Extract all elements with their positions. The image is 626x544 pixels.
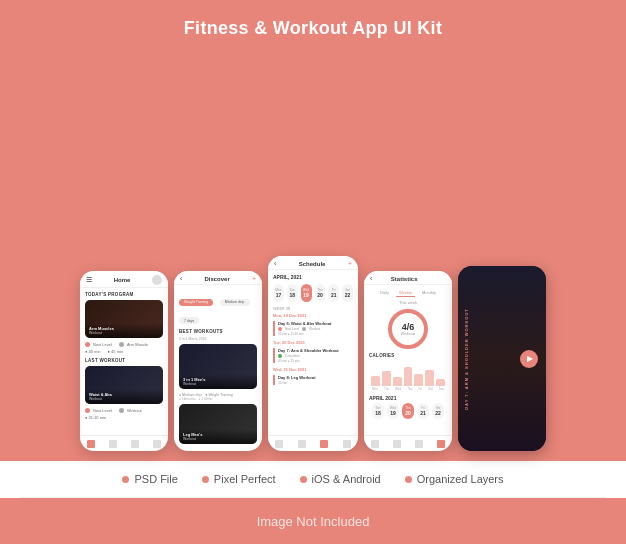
last-stats: Next Level Workout: [85, 408, 163, 413]
bar-sat: [425, 370, 434, 386]
workouts-circle: 4/6 Workouts: [388, 309, 428, 349]
stats-date-19: Wed19: [387, 403, 399, 419]
date-22: Sat22: [342, 284, 353, 302]
features-row: PSD File Pixel Perfect iOS & Android Org…: [20, 473, 606, 498]
phone-stats-content: Daily Weekly Monthly This week 4/6 Worko…: [364, 285, 452, 427]
feature-pixel: Pixel Perfect: [202, 473, 276, 485]
phone-schedule-title: Schedule: [299, 261, 326, 267]
tab-daily: Daily: [377, 289, 392, 297]
phone-home-header: ☰ Home: [80, 271, 168, 288]
schedule-nav-bar: [268, 435, 358, 451]
date-20: Thu20: [315, 284, 326, 302]
stats-date-20: Thu20: [402, 403, 414, 419]
discover-card-2: Leg Men's Workout: [179, 404, 257, 444]
play-button: ▶: [520, 350, 538, 368]
calories-chart: [369, 361, 447, 386]
sched-dot-3: [278, 354, 282, 358]
tag-7days: 7 days: [179, 317, 199, 324]
feature-psd: PSD File: [122, 473, 177, 485]
phone-discover-title: Discover: [204, 276, 229, 282]
today-program-label: TODAY'S PROGRAM: [85, 292, 163, 297]
phone-schedule-header: ‹ Schedule +: [268, 256, 358, 270]
bottom-section: PSD File Pixel Perfect iOS & Android Org…: [0, 461, 626, 498]
phone-stats-title: Statistics: [391, 276, 418, 282]
discover-date: 2 in 1 Men's 2021: [179, 337, 257, 341]
schedule-nav-3: [320, 440, 328, 448]
discover-card-1-counts: ● 5 Activities ♦ 4 Weeks: [179, 397, 257, 401]
today-stats-2: ● 40 min ● 45 min: [85, 349, 163, 354]
schedule-nav-1: [275, 440, 283, 448]
back-icon: ‹: [180, 275, 182, 282]
feature-label-4: Organized Layers: [417, 473, 504, 485]
bar-mon: [371, 376, 380, 386]
last-workout-card: Waist & Abs Workout: [85, 366, 163, 404]
date-18: Tue18: [287, 284, 298, 302]
phone-dark: ▶ DAY 7: ARM & SHOULDER WORKOUT: [458, 266, 546, 451]
stats-nav-4: [437, 440, 445, 448]
schedule-date-header-3: Wed, 21 Dec 2021: [273, 367, 353, 372]
last-workout-label: LAST WORKOUT: [85, 358, 163, 363]
top-section: Fitness & Workout App UI Kit ☰ Home TODA…: [0, 0, 626, 461]
best-workouts-label: BEST WORKOUTS: [179, 329, 257, 334]
stats-april-label: APRIL 2021: [369, 395, 447, 401]
sched-dot-2: [302, 327, 306, 331]
tag-medium-dep: Medium dep.: [220, 299, 250, 306]
date-21: Fri21: [328, 284, 339, 302]
footer-text: Image Not Included: [257, 514, 370, 529]
stats-back-icon: ‹: [370, 275, 372, 282]
chart-days: Mon Tue Wed Thu Fri Sat Sun: [369, 387, 447, 391]
this-week-label: This week: [369, 300, 447, 305]
home-nav-stats: [153, 440, 161, 448]
stat-dot-1: [85, 342, 90, 347]
schedule-back-icon: ‹: [274, 260, 276, 267]
phone-schedule-content: APRIL, 2021 Mon17 Tue18 Wed19 Thu20 Fri2…: [268, 270, 358, 392]
stats-nav-1: [371, 440, 379, 448]
stats-date-18: Tue18: [372, 403, 384, 419]
stat-dot-2: [119, 342, 124, 347]
home-nav-profile: [131, 440, 139, 448]
feature-label-2: Pixel Perfect: [214, 473, 276, 485]
phone-home-title: Home: [114, 277, 131, 283]
today-workout-card: Arm Muscles Workout: [85, 300, 163, 338]
schedule-nav-4: [343, 440, 351, 448]
stat-dot-4: [119, 408, 124, 413]
stats-nav-2: [393, 440, 401, 448]
bar-thu: [404, 367, 413, 386]
bar-sun: [436, 379, 445, 387]
home-nav-search: [109, 440, 117, 448]
schedule-date-header-1: Mon, 19 Dec 2021: [273, 313, 353, 318]
stats-date-22: Sat22: [432, 403, 444, 419]
tab-monthly: Monthly: [419, 289, 439, 297]
phone-home-content: TODAY'S PROGRAM Arm Muscles Workout Next…: [80, 288, 168, 426]
sched-dot-1: [278, 327, 282, 331]
stats-dates: Tue18 Wed19 Thu20 Fri21 Sat22: [369, 403, 447, 419]
date-17: Mon17: [273, 284, 284, 302]
stats-nav-3: [415, 440, 423, 448]
home-nav-home: [87, 440, 95, 448]
feature-dot-3: [300, 476, 307, 483]
phone-stats-header: ‹ Statistics: [364, 271, 452, 285]
home-nav-bar: [80, 435, 168, 451]
last-stats-2: ● 31:10 min: [85, 415, 163, 420]
avatar-icon: [152, 275, 162, 285]
schedule-item-1: Day 6: Waist & Abs Workout Next Level Wo…: [273, 321, 353, 336]
phone-home: ☰ Home TODAY'S PROGRAM Arm Muscles Worko…: [80, 271, 168, 451]
footer-section: Image Not Included: [0, 498, 626, 544]
dark-workout-text: DAY 7: ARM & SHOULDER WORKOUT: [464, 308, 469, 410]
feature-dot-2: [202, 476, 209, 483]
phone-discover-header: ‹ Discover +: [174, 271, 262, 285]
tab-weekly: Weekly: [396, 289, 415, 297]
main-wrapper: Fitness & Workout App UI Kit ☰ Home TODA…: [0, 0, 626, 544]
today-stats: Next Level Arm Muscle: [85, 342, 163, 347]
stats-nav-bar: [364, 435, 452, 451]
feature-ios: iOS & Android: [300, 473, 381, 485]
feature-label-3: iOS & Android: [312, 473, 381, 485]
feature-dot-1: [122, 476, 129, 483]
stats-tabs: Daily Weekly Monthly: [369, 289, 447, 297]
phone-discover-content: Weight Training Medium dep. 7 days BEST …: [174, 285, 262, 451]
dark-bg: ▶ DAY 7: ARM & SHOULDER WORKOUT: [458, 266, 546, 451]
dark-controls: ▶: [520, 350, 538, 368]
phone-statistics: ‹ Statistics Daily Weekly Monthly This w…: [364, 271, 452, 451]
page-title: Fitness & Workout App UI Kit: [184, 18, 442, 39]
schedule-nav-2: [298, 440, 306, 448]
